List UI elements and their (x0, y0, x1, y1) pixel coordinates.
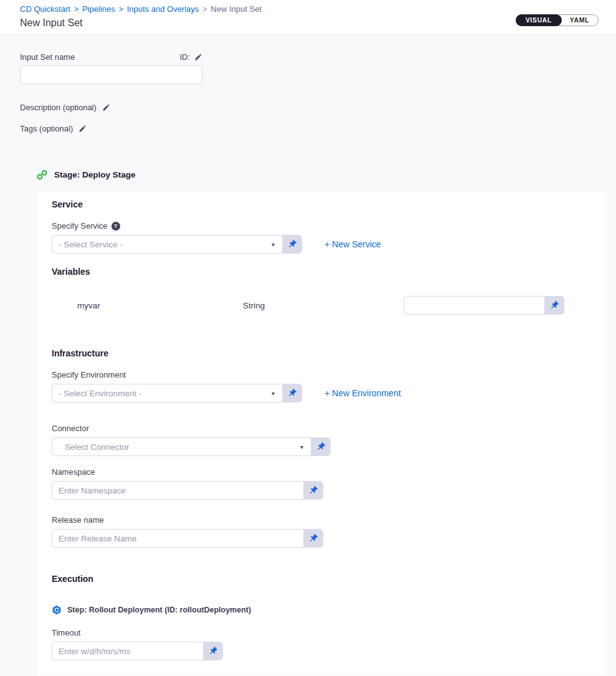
variable-row: myvar String (52, 296, 564, 315)
specify-service-label: Specify Service (52, 221, 108, 231)
specify-service-label-row: Specify Service ? (52, 221, 564, 231)
namespace-label-text: Namespace (52, 467, 95, 477)
pin-icon (549, 300, 559, 310)
page-header: CD Quickstart>Pipelines>Inputs and Overl… (0, 0, 616, 36)
edit-id-button[interactable] (194, 53, 202, 61)
service-select-row: - Select Service - ▾ + New Service (52, 235, 564, 254)
description-row: Description (optional) (20, 103, 616, 112)
specify-environment-label: Specify Environment (52, 370, 564, 379)
new-service-link[interactable]: + New Service (325, 239, 381, 249)
environment-select-placeholder: - Select Environment - (59, 389, 142, 398)
timeout-label: Timeout (52, 628, 564, 637)
variable-value-input[interactable] (404, 296, 544, 315)
id-label: ID: (179, 52, 190, 62)
edit-tags-button[interactable] (78, 125, 87, 133)
rollout-deployment-step-icon (52, 605, 62, 615)
variables-heading: Variables (52, 267, 564, 277)
chevron-down-icon: ▾ (272, 390, 275, 397)
timeout-group (52, 642, 223, 660)
connector-select-placeholder: Select Connector (65, 442, 130, 452)
page-title: New Input Set (20, 17, 262, 29)
stage-chain-link-icon (36, 169, 48, 181)
breadcrumb-separator: > (119, 5, 123, 14)
input-set-name-input[interactable] (20, 65, 202, 84)
variable-value-group (404, 296, 564, 315)
variable-pin-button[interactable] (544, 296, 564, 315)
tab-visual[interactable]: VISUAL (516, 14, 562, 26)
tags-row: Tags (optional) (20, 124, 616, 133)
header-left: CD Quickstart>Pipelines>Inputs and Overl… (20, 4, 262, 29)
namespace-input-row (52, 481, 564, 500)
id-group: ID: (179, 52, 202, 62)
tags-label: Tags (optional) (20, 124, 73, 133)
chevron-down-icon: ▾ (272, 241, 275, 248)
input-set-name-label: Input Set name (20, 52, 75, 62)
connector-select[interactable]: Select Connector ▾ (52, 437, 311, 456)
breadcrumb-link-cd-quickstart[interactable]: CD Quickstart (20, 4, 70, 14)
service-pin-button[interactable] (282, 235, 302, 254)
breadcrumb-link-inputs-and-overlays[interactable]: Inputs and Overlays (127, 4, 199, 14)
description-label: Description (optional) (20, 103, 97, 112)
pin-icon (208, 646, 218, 656)
new-environment-link[interactable]: + New Environment (325, 388, 401, 398)
pin-icon (316, 442, 326, 452)
service-select[interactable]: - Select Service - ▾ (52, 235, 282, 254)
connector-pin-button[interactable] (311, 437, 331, 456)
help-icon[interactable]: ? (111, 222, 120, 231)
environment-select-row: - Select Environment - ▾ + New Environme… (52, 384, 564, 402)
namespace-group (52, 481, 323, 500)
pin-icon (287, 388, 297, 398)
variable-name: myvar (77, 301, 243, 310)
chevron-down-icon: ▾ (300, 444, 303, 450)
connector-label: Connector (52, 424, 564, 433)
pin-icon (308, 485, 318, 495)
specify-environment-text: Specify Environment (52, 370, 126, 379)
namespace-label: Namespace (52, 467, 564, 477)
variable-type: String (243, 301, 355, 310)
name-label-row: Input Set name ID: (20, 52, 202, 62)
service-heading: Service (52, 199, 564, 209)
tab-yaml[interactable]: YAML (561, 15, 598, 26)
connector-label-text: Connector (52, 424, 89, 433)
release-name-group (52, 529, 323, 548)
breadcrumb-link-pipelines[interactable]: Pipelines (82, 4, 115, 14)
step-title: Step: Rollout Deployment (ID: rolloutDep… (67, 606, 251, 614)
edit-description-button[interactable] (102, 103, 110, 112)
infrastructure-heading: Infrastructure (52, 348, 564, 358)
environment-pin-button[interactable] (282, 384, 302, 402)
release-name-input[interactable] (52, 529, 303, 548)
release-name-pin-button[interactable] (303, 529, 323, 548)
pin-icon (287, 239, 297, 249)
stage-header: Stage: Deploy Stage (36, 169, 616, 181)
breadcrumb-separator: > (202, 5, 207, 14)
connector-select-row: Select Connector ▾ (52, 437, 564, 456)
release-name-input-row (52, 529, 564, 548)
service-select-placeholder: - Select Service - (59, 240, 123, 249)
environment-select[interactable]: - Select Environment - ▾ (52, 384, 282, 402)
release-name-label-text: Release name (52, 515, 104, 525)
namespace-pin-button[interactable] (303, 481, 323, 500)
visual-yaml-toggle: VISUAL YAML (516, 14, 599, 26)
breadcrumb-current: New Input Set (211, 4, 262, 14)
pencil-icon (102, 103, 110, 112)
timeout-input[interactable] (52, 642, 203, 660)
timeout-pin-button[interactable] (203, 642, 223, 660)
step-header: Step: Rollout Deployment (ID: rolloutDep… (52, 605, 564, 615)
pin-icon (308, 533, 318, 543)
execution-heading: Execution (52, 574, 564, 584)
breadcrumb-separator: > (74, 5, 78, 14)
main-content: Input Set name ID: Description (optional… (0, 36, 616, 675)
namespace-input[interactable] (52, 481, 303, 500)
stage-title: Stage: Deploy Stage (54, 170, 136, 179)
breadcrumb: CD Quickstart>Pipelines>Inputs and Overl… (20, 4, 262, 14)
stage-runtime-inputs-card: Service Specify Service ? - Select Servi… (37, 191, 605, 675)
timeout-input-row (52, 642, 564, 660)
pencil-icon (194, 53, 202, 61)
timeout-label-text: Timeout (52, 628, 80, 637)
pencil-icon (78, 125, 87, 133)
release-name-label: Release name (52, 515, 564, 525)
